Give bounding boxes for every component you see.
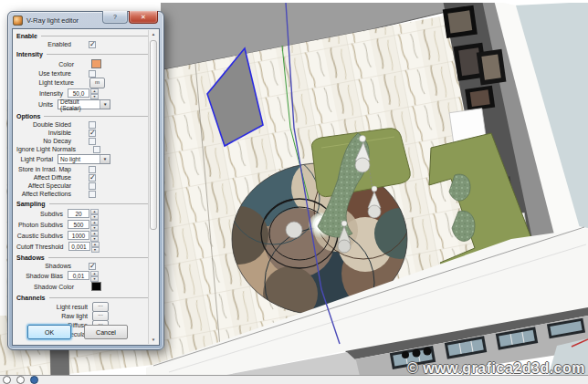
cutoff-threshold-spinner[interactable]: ▲▼ <box>91 242 100 252</box>
invisible-checkbox[interactable] <box>89 130 96 137</box>
section-shadows: Shadows <box>16 254 148 262</box>
vray-light-editor-dialog: V-Ray light editor ? ✕ Enable Enabled In… <box>7 11 164 350</box>
label-caustic-subdivs: Caustic Subdivs <box>16 233 68 239</box>
label-ignore-light-normals: Ignore Light Normals <box>16 146 80 152</box>
shadows-checkbox[interactable] <box>89 263 96 270</box>
section-sampling: Sampling <box>16 200 148 208</box>
label-light-result: Light result <box>16 304 92 310</box>
spin-down-icon: ▼ <box>91 247 100 253</box>
no-decay-checkbox[interactable] <box>89 138 96 145</box>
label-photon-subdivs: Photon Subdivs <box>16 222 68 228</box>
label-invisible: Invisible <box>16 130 76 136</box>
affect-diffuse-checkbox[interactable] <box>89 174 96 182</box>
intensity-spinner[interactable]: ▲▼ <box>90 88 99 99</box>
shadow-bias-spinner[interactable]: ▲▼ <box>90 271 99 281</box>
cutoff-threshold-input[interactable]: 0,001 <box>68 242 90 251</box>
label-affect-specular: Affect Specular <box>16 182 76 189</box>
section-enable: Enable <box>16 32 148 40</box>
store-irrad-map-checkbox[interactable] <box>89 166 96 173</box>
cancel-button[interactable]: Cancel <box>84 325 128 339</box>
shadow-color-swatch[interactable] <box>91 282 101 291</box>
scroll-up-icon[interactable]: ▲ <box>149 30 158 38</box>
label-shadow-color: Shadow Color <box>16 284 79 290</box>
label-shadows: Shadows <box>16 263 76 269</box>
label-color: Color <box>16 61 79 67</box>
intensity-input[interactable]: 50,0 <box>68 88 89 98</box>
dialog-scrollbar[interactable]: ▲ ▼ <box>148 30 158 344</box>
caustic-subdivs-spinner[interactable]: ▲▼ <box>90 231 99 241</box>
left-margin <box>0 0 6 316</box>
label-shadow-bias: Shadow Bias <box>16 273 68 279</box>
chevron-down-icon: ▼ <box>100 100 110 109</box>
status-bar <box>0 375 588 384</box>
label-no-decay: No Decay <box>16 138 76 144</box>
status-icon[interactable] <box>30 376 38 384</box>
dialog-title: V-Ray light editor <box>26 16 79 25</box>
label-double-sided: Double Sided <box>16 121 76 128</box>
label-light-texture: Light texture <box>16 79 79 86</box>
scrollbar-thumb[interactable] <box>150 40 157 230</box>
photon-subdivs-spinner[interactable]: ▲▼ <box>90 220 99 230</box>
status-icon[interactable] <box>3 376 11 384</box>
ignore-light-normals-checkbox[interactable] <box>93 146 100 153</box>
vray-dialog-icon <box>13 16 23 26</box>
light-texture-button[interactable]: m <box>89 78 105 88</box>
section-intensity: Intensity <box>16 50 148 58</box>
dialog-titlebar[interactable]: V-Ray light editor ? ✕ <box>12 12 160 28</box>
label-affect-reflections: Affect Reflections <box>16 191 76 197</box>
light-portal-dropdown[interactable]: No light ▼ <box>58 154 110 164</box>
dialog-client-area: Enable Enabled Intensity Color Use textu… <box>12 28 160 346</box>
label-raw-light: Raw light <box>16 313 92 319</box>
status-icon[interactable] <box>16 376 25 384</box>
double-sided-checkbox[interactable] <box>89 121 96 129</box>
spin-down-icon: ▼ <box>90 276 99 282</box>
shadow-bias-input[interactable]: 0,01 <box>68 271 89 280</box>
ok-button[interactable]: OK <box>27 325 71 339</box>
subdivs-spinner[interactable]: ▲▼ <box>90 209 99 219</box>
label-affect-diffuse: Affect Diffuse <box>16 174 76 181</box>
chevron-down-icon: ▼ <box>100 155 110 163</box>
affect-reflections-checkbox[interactable] <box>89 191 96 198</box>
units-dropdown[interactable]: Default (Scalar) ▼ <box>58 99 110 109</box>
label-intensity: Intensity <box>16 90 68 97</box>
label-units: Units <box>16 101 58 108</box>
close-button[interactable]: ✕ <box>129 11 158 24</box>
subdivs-input[interactable]: 20 <box>68 209 89 218</box>
label-use-texture: Use texture <box>16 70 76 77</box>
section-options: Options <box>16 112 148 120</box>
photon-subdivs-input[interactable]: 500 <box>68 220 89 229</box>
caustic-subdivs-input[interactable]: 1000 <box>68 231 89 240</box>
label-store-irrad-map: Store in Irrad. Map <box>16 166 76 172</box>
scroll-down-icon[interactable]: ▼ <box>149 336 158 344</box>
label-subdivs: Subdivs <box>16 211 68 217</box>
enabled-checkbox[interactable] <box>89 41 96 48</box>
use-texture-checkbox[interactable] <box>89 70 96 78</box>
table-sphere <box>286 222 302 238</box>
label-cutoff-threshold: Cutoff Threshold <box>16 244 68 250</box>
label-light-portal: Light Portal <box>16 156 58 162</box>
help-button[interactable]: ? <box>102 11 128 24</box>
color-swatch[interactable] <box>91 59 101 68</box>
affect-specular-checkbox[interactable] <box>89 182 96 190</box>
label-enabled: Enabled <box>16 41 76 47</box>
